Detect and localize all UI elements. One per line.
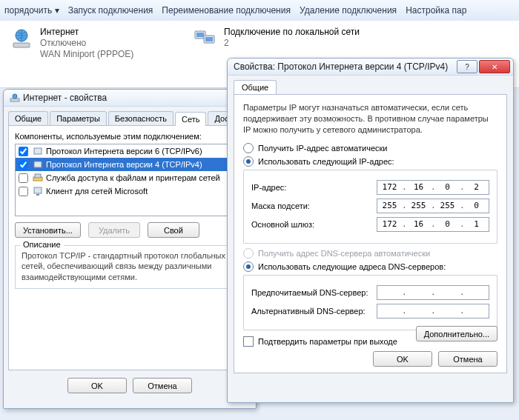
radio-dns-auto: Получить адрес DNS-сервера автоматически [243,248,497,259]
svg-rect-4 [196,33,204,37]
dns-group: Предпочитаемый DNS-сервер: . . . Альтерн… [243,275,497,330]
toolbar-item[interactable]: порядочить ▾ [4,5,59,16]
close-icon: ✕ [492,63,497,71]
ok-button[interactable]: OK [373,351,432,367]
gateway-input[interactable]: 172. 16. 0. 1 [377,217,489,232]
toolbar-item[interactable]: Удаление подключения [300,5,397,16]
ok-button[interactable]: OK [67,378,127,393]
cancel-button[interactable]: Отмена [438,351,497,367]
checkbox-icon [243,336,254,347]
item-label: Протокол Интернета версии 6 (TCP/IPv6) [46,147,202,156]
help-button[interactable]: ? [457,60,477,73]
radio-ip-manual[interactable]: Использовать следующий IP-адрес: [243,156,497,167]
list-item[interactable]: Протокол Интернета версии 4 (TCP/IPv4) [16,158,244,171]
protocol-icon [33,146,43,156]
globe-modem-icon [9,27,34,52]
tab-security[interactable]: Безопасность [108,111,173,125]
ip-octet[interactable]: 0 [437,182,458,192]
install-button[interactable]: Установить... [15,222,81,238]
dns1-label: Предпочитаемый DNS-сервер: [251,288,368,297]
item-checkbox[interactable] [19,160,28,170]
item-checkbox[interactable] [19,187,28,196]
list-item[interactable]: Протокол Интернета версии 6 (TCP/IPv6) [16,144,244,158]
item-label: Протокол Интернета версии 4 (TCP/IPv4) [46,160,202,169]
modem-icon [10,93,20,103]
description-text: Протокол TCP/IP - стандартный протокол г… [22,250,238,282]
radio-dns-manual[interactable]: Использовать следующие адреса DNS-сервер… [243,261,497,272]
checkbox-label: Подтвердить параметры при выходе [258,337,397,346]
connection-title: Подключение по локальной сети [224,27,360,38]
explorer-toolbar: порядочить ▾ Запуск подключения Переимен… [0,0,519,21]
item-label: Клиент для сетей Microsoft [46,187,148,196]
close-button[interactable]: ✕ [479,60,510,73]
ip-octet[interactable]: 255 [380,201,400,210]
radio-label: Получить IP-адрес автоматически [258,144,387,153]
radio-icon [243,156,254,167]
radio-label: Использовать следующие адреса DNS-сервер… [258,262,446,271]
list-item[interactable]: Клиент для сетей Microsoft [16,184,244,198]
ip-octet[interactable]: 172 [380,182,400,192]
service-icon [33,173,43,183]
tab-general[interactable]: Общие [234,80,277,94]
connection-title: Интернет [40,27,133,38]
mask-input[interactable]: 255. 255. 255. 0 [377,199,489,213]
titlebar[interactable]: Интернет - свойства [4,90,256,107]
toolbar-item[interactable]: Запуск подключения [68,5,153,16]
lan-monitors-icon [193,27,218,52]
tab-general[interactable]: Общие [8,111,48,125]
toolbar-item[interactable]: Настройка пар [406,5,466,16]
ip-octet[interactable]: 0 [437,219,458,229]
ip-octet[interactable]: 16 [409,182,429,192]
dns1-input[interactable]: . . . [377,285,489,300]
protocol-icon [33,159,43,170]
window-title: Свойства: Протокол Интернета версии 4 (T… [234,61,448,72]
svg-rect-8 [34,148,42,154]
properties-window: Интернет - свойства Общие Параметры Безо… [3,89,257,409]
svg-rect-11 [35,174,41,178]
gateway-label: Основной шлюз: [251,220,314,229]
tcpip-window: Свойства: Протокол Интернета версии 4 (T… [227,58,514,403]
advanced-button[interactable]: Дополнительно... [416,326,497,341]
toolbar-item[interactable]: Переименование подключения [162,5,291,16]
svg-rect-12 [34,187,42,193]
ip-octet[interactable]: 2 [466,182,487,192]
svg-rect-6 [10,99,19,101]
client-icon [33,186,43,196]
dns2-input[interactable]: . . . [377,304,489,319]
item-checkbox[interactable] [19,173,28,183]
tab-options[interactable]: Параметры [50,111,107,125]
components-label: Компоненты, используемые этим подключени… [15,132,245,141]
ip-octet[interactable]: 172 [380,219,400,229]
connection-sub: WAN Miniport (PPPOE) [40,49,133,60]
item-props-button[interactable]: Свой [148,222,199,238]
ip-input[interactable]: 172. 16. 0. 2 [377,180,489,195]
svg-rect-13 [36,194,39,196]
svg-rect-9 [34,161,42,167]
components-list[interactable]: Протокол Интернета версии 6 (TCP/IPv6) П… [15,144,245,216]
connection-status: Отключено [40,38,133,49]
ip-octet[interactable]: 16 [409,219,429,229]
ip-label: IP-адрес: [251,183,286,192]
ip-octet[interactable]: 0 [466,201,487,210]
description-group: Описание Протокол TCP/IP - стандартный п… [15,245,245,289]
cancel-button[interactable]: Отмена [133,378,192,393]
intro-text: Параметры IP могут назначаться автоматич… [243,102,497,136]
remove-button: Удалить [88,222,140,238]
connection-item[interactable]: Интернет Отключено WAN Miniport (PPPOE) [9,27,179,60]
item-checkbox[interactable] [19,147,28,156]
svg-point-7 [13,94,17,99]
tabstrip: Общие Параметры Безопасность Сеть Досту [8,111,251,126]
radio-ip-auto[interactable]: Получить IP-адрес автоматически [243,143,497,153]
description-title: Описание [20,240,64,249]
ip-group: IP-адрес: 172. 16. 0. 2 Маска подсети: 2… [243,170,497,244]
titlebar[interactable]: Свойства: Протокол Интернета версии 4 (T… [228,59,513,76]
radio-icon [243,248,254,259]
ip-octet[interactable]: 255 [437,201,458,210]
list-item[interactable]: Служба доступа к файлам и принтерам сете… [16,171,244,184]
ip-octet[interactable]: 255 [409,201,429,210]
connection-item[interactable]: Подключение по локальной сети 2 [193,27,386,52]
svg-rect-5 [205,37,213,41]
ip-octet[interactable]: 1 [466,219,487,229]
mask-label: Маска подсети: [251,201,310,210]
tab-network[interactable]: Сеть [175,112,206,126]
